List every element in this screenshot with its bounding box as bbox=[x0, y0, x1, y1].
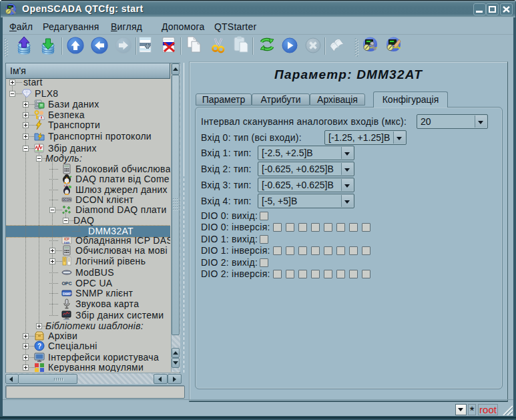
svg-text:?: ? bbox=[37, 343, 41, 350]
svg-text:DCON: DCON bbox=[62, 198, 71, 202]
svg-text:SNMP: SNMP bbox=[62, 292, 71, 296]
svg-text:DAS: DAS bbox=[64, 241, 70, 244]
svg-text:OPC: OPC bbox=[61, 281, 71, 286]
